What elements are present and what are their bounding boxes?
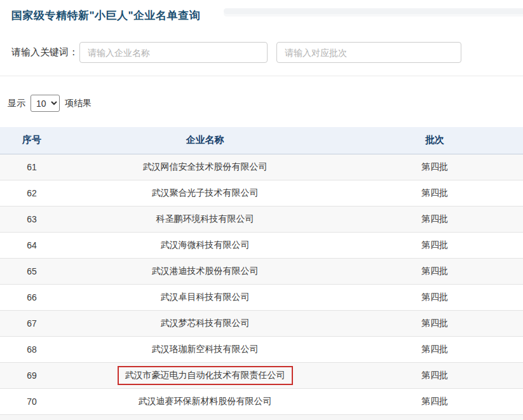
table-body: 61 武汉网信安全技术股份有限公司 第四批 62 武汉聚合光子技术有限公司 第四… <box>0 154 523 414</box>
row-no: 69 <box>0 362 64 388</box>
row-batch: 第四批 <box>346 362 523 388</box>
results-table: 序号 企业名称 批次 61 武汉网信安全技术股份有限公司 第四批 62 武汉聚合… <box>0 127 523 415</box>
column-header-company-name[interactable]: 企业名称 <box>64 127 346 154</box>
row-batch: 第四批 <box>346 258 523 284</box>
column-header-no[interactable]: 序号 <box>0 127 64 154</box>
row-no: 67 <box>0 310 64 336</box>
row-no: 62 <box>0 180 64 206</box>
row-batch: 第四批 <box>346 180 523 206</box>
row-company-name: 武汉网信安全技术股份有限公司 <box>143 161 268 172</box>
page-size-control: 显示 10 项结果 <box>0 95 523 112</box>
table-row: 61 武汉网信安全技术股份有限公司 第四批 <box>0 154 523 180</box>
row-batch: 第四批 <box>346 154 523 180</box>
row-company-name: 武汉卓目科技有限公司 <box>161 292 250 302</box>
row-company-name-highlighted: 武汉市豪迈电力自动化技术有限责任公司 <box>118 366 293 385</box>
table-row: 67 武汉梦芯科技有限公司 第四批 <box>0 310 523 336</box>
row-batch: 第四批 <box>346 206 523 232</box>
partial-next-row <box>0 415 523 420</box>
row-no: 65 <box>0 258 64 284</box>
page-size-prefix-label: 显示 <box>8 98 25 109</box>
row-no: 66 <box>0 284 64 310</box>
row-company-name: 武汉聚合光子技术有限公司 <box>152 187 259 198</box>
table-row: 69 武汉市豪迈电力自动化技术有限责任公司 第四批 <box>0 362 523 388</box>
table-row: 65 武汉港迪技术股份有限公司 第四批 <box>0 258 523 284</box>
table-row: 63 科圣鹏环境科技有限公司 第四批 <box>0 206 523 232</box>
row-company-name: 武汉珞珈新空科技有限公司 <box>152 344 259 354</box>
row-company-name: 武汉迪赛环保新材料股份有限公司 <box>139 396 272 406</box>
row-no: 61 <box>0 154 64 180</box>
row-batch: 第四批 <box>346 232 523 258</box>
row-company-name: 武汉梦芯科技有限公司 <box>161 318 250 328</box>
table-row: 70 武汉迪赛环保新材料股份有限公司 第四批 <box>0 388 523 414</box>
page-size-suffix-label: 项结果 <box>65 98 92 109</box>
search-keyword-label: 请输入关键词： <box>11 46 78 58</box>
row-no: 70 <box>0 388 64 414</box>
search-bar: 请输入关键词： <box>0 42 523 63</box>
row-company-name: 武汉海微科技有限公司 <box>161 240 250 250</box>
row-no: 63 <box>0 206 64 232</box>
table-row: 66 武汉卓目科技有限公司 第四批 <box>0 284 523 310</box>
table-row: 68 武汉珞珈新空科技有限公司 第四批 <box>0 336 523 362</box>
row-batch: 第四批 <box>346 310 523 336</box>
page-title: 国家级专精特新"小巨人"企业名单查询 <box>11 8 200 23</box>
batch-input[interactable] <box>276 42 461 63</box>
row-company-name: 武汉港迪技术股份有限公司 <box>152 266 259 276</box>
row-batch: 第四批 <box>346 388 523 414</box>
section-divider <box>0 76 523 76</box>
table-header-row: 序号 企业名称 批次 <box>0 127 523 154</box>
row-batch: 第四批 <box>346 336 523 362</box>
table-row: 64 武汉海微科技有限公司 第四批 <box>0 232 523 258</box>
company-name-input[interactable] <box>79 42 268 63</box>
row-no: 68 <box>0 336 64 362</box>
row-company-name: 科圣鹏环境科技有限公司 <box>156 213 254 224</box>
table-row: 62 武汉聚合光子技术有限公司 第四批 <box>0 180 523 206</box>
page-size-select[interactable]: 10 <box>31 95 60 112</box>
column-header-batch[interactable]: 批次 <box>346 127 523 154</box>
row-no: 64 <box>0 232 64 258</box>
row-batch: 第四批 <box>346 284 523 310</box>
title-divider-strip <box>224 8 523 14</box>
